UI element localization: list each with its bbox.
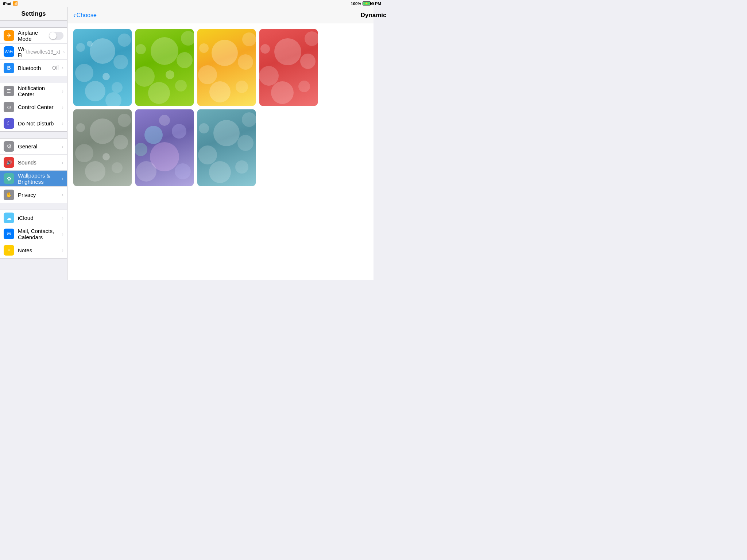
wallpaper-grid	[67, 23, 374, 192]
general-label: General	[18, 143, 60, 149]
svg-point-41	[144, 126, 163, 144]
notification-center-chevron: ›	[62, 88, 63, 94]
sounds-chevron: ›	[62, 160, 63, 166]
svg-point-2	[113, 55, 128, 69]
mail-chevron: ›	[62, 231, 63, 237]
sounds-icon: 🔊	[4, 157, 14, 168]
wallpapers-icon: ✿	[4, 173, 14, 184]
control-center-label: Control Center	[18, 104, 60, 110]
wallpaper-purple[interactable]	[135, 109, 194, 186]
bluetooth-value: Off	[52, 65, 59, 71]
svg-point-28	[271, 81, 294, 104]
detail-title: Dynamic	[361, 12, 374, 19]
wallpapers-chevron: ›	[62, 176, 63, 182]
sidebar-item-wallpapers[interactable]: ✿ Wallpapers & Brightness ›	[0, 171, 67, 187]
svg-point-20	[238, 54, 253, 70]
svg-point-6	[118, 34, 131, 47]
notes-icon: ≡	[4, 245, 14, 256]
sidebar: Settings ✈ Airplane Mode WiFi Wi-Fi thew…	[0, 7, 67, 280]
svg-point-32	[90, 118, 115, 144]
svg-point-46	[135, 143, 147, 156]
wallpaper-yellow[interactable]	[197, 29, 256, 106]
do-not-disturb-chevron: ›	[62, 120, 63, 126]
back-button[interactable]: ‹ Choose	[73, 11, 97, 19]
icloud-chevron: ›	[62, 215, 63, 221]
svg-point-31	[305, 31, 318, 46]
sidebar-item-airplane-mode[interactable]: ✈ Airplane Mode	[0, 28, 67, 44]
control-center-icon: ⊙	[4, 102, 14, 112]
svg-point-23	[199, 43, 209, 53]
svg-point-12	[177, 52, 193, 68]
svg-point-0	[90, 38, 115, 64]
wallpaper-teal[interactable]	[197, 109, 256, 186]
battery-bolt-icon: ⚡	[365, 2, 368, 5]
svg-point-15	[136, 44, 146, 54]
wallpapers-label: Wallpapers & Brightness	[18, 172, 60, 185]
svg-point-22	[236, 81, 248, 93]
svg-point-39	[102, 153, 110, 160]
svg-point-9	[105, 92, 121, 106]
icloud-icon: ☁	[4, 213, 14, 223]
svg-point-33	[75, 144, 93, 162]
svg-point-26	[259, 66, 279, 86]
sidebar-item-bluetooth[interactable]: B Bluetooth Off ›	[0, 60, 67, 76]
battery-icon: ⚡	[363, 1, 371, 5]
svg-point-37	[76, 123, 85, 132]
general-icon: ⚙	[4, 141, 14, 152]
notes-label: Notes	[18, 247, 60, 253]
svg-point-1	[75, 64, 93, 82]
svg-point-53	[242, 112, 256, 127]
battery-container: ⚡	[363, 1, 371, 5]
notification-center-label: Notification Center	[18, 85, 60, 97]
svg-point-21	[209, 81, 231, 102]
mail-label: Mail, Contacts, Calendars	[18, 228, 60, 240]
wifi-icon: WiFi	[4, 46, 14, 57]
notes-chevron: ›	[62, 247, 63, 253]
sidebar-item-general[interactable]: ⚙ General ›	[0, 139, 67, 155]
back-label[interactable]: Choose	[77, 12, 97, 19]
bluetooth-icon: B	[4, 63, 14, 73]
wallpaper-gray[interactable]	[73, 109, 132, 186]
icloud-label: iCloud	[18, 215, 60, 221]
svg-point-50	[209, 161, 231, 183]
sidebar-item-control-center[interactable]: ⊙ Control Center ›	[0, 99, 67, 115]
notification-center-icon: ☰	[4, 86, 14, 96]
sidebar-item-icloud[interactable]: ☁ iCloud ›	[0, 210, 67, 226]
svg-point-42	[172, 124, 186, 139]
wifi-label: Wi-Fi	[18, 46, 26, 58]
device-label: iPad	[3, 1, 11, 6]
sidebar-item-wifi[interactable]: WiFi Wi-Fi thewolfes13_xt ›	[0, 44, 67, 60]
general-chevron: ›	[62, 144, 63, 149]
svg-point-45	[159, 115, 170, 126]
wallpaper-green[interactable]	[135, 29, 194, 106]
sidebar-section-apps: ☁ iCloud › ✉ Mail, Contacts, Calendars ›…	[0, 210, 67, 258]
sidebar-item-mail[interactable]: ✉ Mail, Contacts, Calendars ›	[0, 226, 67, 242]
svg-point-51	[235, 160, 248, 174]
status-left: iPad 📶	[3, 1, 18, 6]
svg-point-43	[136, 161, 156, 182]
svg-point-18	[212, 40, 238, 66]
sidebar-item-sounds[interactable]: 🔊 Sounds ›	[0, 155, 67, 171]
svg-point-7	[102, 73, 110, 80]
sidebar-section-system: ☰ Notification Center › ⊙ Control Center…	[0, 83, 67, 132]
wallpaper-blue[interactable]	[73, 29, 132, 106]
airplane-mode-toggle[interactable]	[49, 32, 63, 40]
svg-point-8	[87, 41, 93, 47]
bluetooth-chevron: ›	[62, 65, 63, 71]
airplane-mode-label: Airplane Mode	[18, 30, 49, 42]
svg-point-4	[112, 82, 123, 93]
wifi-icon: 📶	[13, 1, 18, 6]
privacy-chevron: ›	[62, 192, 63, 198]
status-right: 100% ⚡	[351, 1, 371, 6]
sidebar-item-privacy[interactable]: ✋ Privacy ›	[0, 187, 67, 203]
svg-point-35	[85, 161, 105, 182]
svg-point-10	[151, 37, 178, 65]
mail-icon: ✉	[4, 229, 14, 239]
sidebar-item-notes[interactable]: ≡ Notes ›	[0, 242, 67, 258]
sidebar-item-do-not-disturb[interactable]: ☾ Do Not Disturb ›	[0, 115, 67, 131]
svg-point-13	[148, 82, 170, 104]
sidebar-item-notification-center[interactable]: ☰ Notification Center ›	[0, 83, 67, 99]
svg-point-5	[76, 43, 85, 52]
back-chevron-icon: ‹	[73, 11, 76, 19]
wallpaper-red[interactable]	[259, 29, 318, 106]
